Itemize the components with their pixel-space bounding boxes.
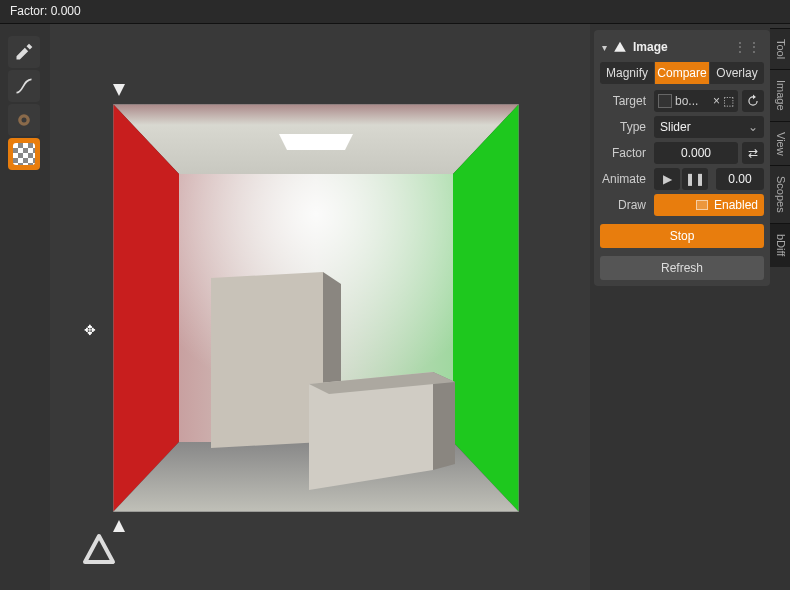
screen-icon [696,200,708,210]
left-toolbar [8,36,44,170]
svg-point-1 [22,118,27,123]
clear-target-icon[interactable]: × [713,94,720,108]
draw-enabled-button[interactable]: Enabled [654,194,764,216]
checker-tool[interactable] [8,138,40,170]
target-field[interactable]: bo... × ⬚ [654,90,738,112]
animate-label: Animate [600,172,650,186]
refresh-target-button[interactable] [742,90,764,112]
refresh-icon [746,94,760,108]
stop-button[interactable]: Stop [600,224,764,248]
factor-readout: Factor: 0.000 [10,4,81,18]
pause-button[interactable]: ❚❚ [682,168,708,190]
svg-marker-15 [85,536,113,562]
side-tab-tool[interactable]: Tool [770,28,790,69]
type-label: Type [600,120,650,134]
target-value: bo... [675,94,710,108]
move-cursor-icon: ✥ [84,322,96,338]
animate-value: 0.00 [728,172,751,186]
refresh-label: Refresh [661,261,703,275]
compare-slider-top-handle[interactable] [113,84,125,96]
svg-marker-5 [453,104,519,512]
type-select[interactable]: Slider [654,116,764,138]
target-label: Target [600,94,650,108]
animate-value-input[interactable]: 0.00 [716,168,764,190]
gear-tool[interactable] [8,104,40,136]
svg-marker-9 [211,272,323,448]
type-value: Slider [660,120,691,134]
svg-marker-12 [433,372,455,470]
panel-title: Image [633,40,668,54]
side-tab-bdiff[interactable]: bDiff [770,223,790,266]
draw-label: Draw [600,198,650,212]
svg-marker-4 [113,104,179,512]
factor-input[interactable]: 0.000 [654,142,738,164]
stop-label: Stop [670,229,695,243]
factor-label: Factor [600,146,650,160]
panel-logo-icon [613,40,627,54]
render-canvas[interactable] [113,104,519,512]
panel-collapse-icon[interactable]: ▾ [602,42,607,53]
curve-tool[interactable] [8,70,40,102]
side-tab-view[interactable]: View [770,121,790,166]
overlay-triangle-icon [81,532,117,568]
viewport: ✥ [50,24,590,590]
tab-magnify[interactable]: Magnify [600,62,655,84]
checker-icon [13,143,35,165]
eyedropper-tool[interactable] [8,36,40,68]
compare-slider-bottom-handle[interactable] [113,520,125,532]
factor-value: 0.000 [681,146,711,160]
tab-overlay[interactable]: Overlay [710,62,764,84]
right-side-tabs: Tool Image View Scopes bDiff [770,28,790,267]
refresh-button[interactable]: Refresh [600,256,764,280]
target-link-icon[interactable]: ⬚ [723,94,734,108]
side-tab-image[interactable]: Image [770,69,790,121]
svg-marker-8 [279,134,353,150]
panel-grip-icon[interactable]: ⋮⋮ [734,40,762,54]
factor-swap-button[interactable]: ⇄ [742,142,764,164]
draw-value: Enabled [714,198,758,212]
image-thumb-icon [658,94,672,108]
play-button[interactable]: ▶ [654,168,680,190]
tab-compare[interactable]: Compare [655,62,710,84]
image-panel: ▾ Image ⋮⋮ Magnify Compare Overlay Targe… [594,30,770,286]
cornell-box-render [113,104,519,512]
mode-tabs: Magnify Compare Overlay [600,62,764,84]
side-tab-scopes[interactable]: Scopes [770,165,790,223]
svg-marker-16 [614,42,626,52]
